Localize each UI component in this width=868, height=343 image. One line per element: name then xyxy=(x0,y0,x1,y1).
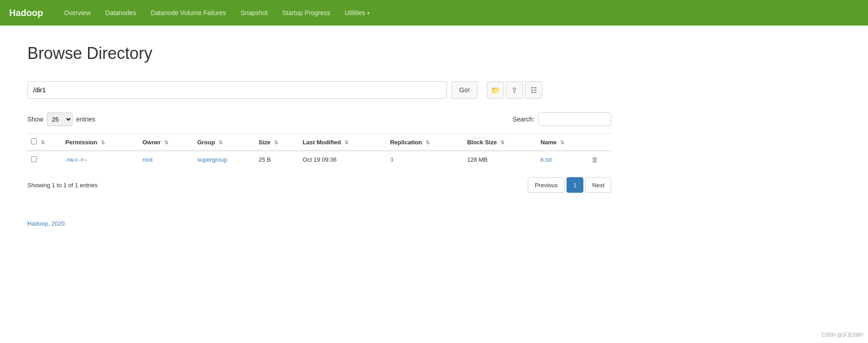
group-link[interactable]: supergroup xyxy=(197,156,227,163)
upload-icon: ⇧ xyxy=(511,86,517,95)
replication-link[interactable]: 3 xyxy=(390,156,393,163)
show-left: Show 10 25 50 100 entries xyxy=(27,112,95,126)
utilities-dropdown-arrow: ▾ xyxy=(367,11,369,16)
column-header-size[interactable]: Size ⇅ xyxy=(255,134,299,151)
upload-icon-button[interactable]: ⇧ xyxy=(506,81,523,99)
nav-link-snapshot[interactable]: Snapshot xyxy=(234,0,275,26)
icon-buttons: 📁 ⇧ ☷ xyxy=(487,81,542,99)
pagination-row: Showing 1 to 1 of 1 entries Previous 1 N… xyxy=(27,177,611,193)
sort-icon-permission: ⇅ xyxy=(101,140,105,146)
column-header-name[interactable]: Name ⇅ xyxy=(537,134,588,151)
cell-permission: -rw-r--r-- xyxy=(62,151,139,168)
column-header-replication[interactable]: Replication ⇅ xyxy=(386,134,463,151)
column-header-block-size[interactable]: Block Size ⇅ xyxy=(463,134,537,151)
page-1-button[interactable]: 1 xyxy=(567,177,583,193)
cell-delete[interactable]: 🗑 xyxy=(588,151,611,168)
sort-icon-select: ⇅ xyxy=(41,140,45,146)
sort-icon-group: ⇅ xyxy=(218,140,223,146)
footer-link[interactable]: Hadoop, 2020. xyxy=(27,220,66,227)
pagination: Previous 1 Next xyxy=(528,177,611,193)
sort-icon-name: ⇅ xyxy=(560,140,564,146)
permission-link[interactable]: -rw-r--r-- xyxy=(65,156,87,163)
column-header-owner[interactable]: Owner ⇅ xyxy=(139,134,193,151)
cell-replication: 3 xyxy=(386,151,463,168)
cell-last-modified: Oct 19 09:36 xyxy=(299,151,387,168)
entries-select[interactable]: 10 25 50 100 xyxy=(47,112,73,126)
column-header-last-modified[interactable]: Last Modified ⇅ xyxy=(299,134,387,151)
sort-icon-owner: ⇅ xyxy=(164,140,168,146)
show-label: Show xyxy=(27,116,43,123)
search-row: Search: xyxy=(513,112,611,126)
owner-link[interactable]: root xyxy=(142,156,152,163)
filename-link[interactable]: b.txt xyxy=(541,156,552,163)
sort-icon-size: ⇅ xyxy=(274,140,278,146)
column-header-permission[interactable]: Permission ⇅ xyxy=(62,134,139,151)
sort-icon-replication: ⇅ xyxy=(426,140,430,146)
cell-name: b.txt xyxy=(537,151,588,168)
folder-icon: 📁 xyxy=(491,86,500,95)
nav-links: Overview Datanodes Datanode Volume Failu… xyxy=(57,0,376,26)
nav-link-overview[interactable]: Overview xyxy=(57,0,98,26)
nav-link-datanode-volume-failures[interactable]: Datanode Volume Failures xyxy=(144,0,234,26)
table-header-row: ⇅ Permission ⇅ Owner ⇅ Group ⇅ Size ⇅ xyxy=(27,134,611,151)
cell-size: 25 B xyxy=(255,151,299,168)
page-title: Browse Directory xyxy=(27,44,611,63)
select-all-header[interactable]: ⇅ xyxy=(27,134,62,151)
path-row: Go! 📁 ⇧ ☷ xyxy=(27,81,611,99)
main-content: Browse Directory Go! 📁 ⇧ ☷ Show 10 25 50… xyxy=(0,26,639,254)
cell-group: supergroup xyxy=(193,151,255,168)
row-checkbox-cell[interactable] xyxy=(27,151,62,168)
search-input[interactable] xyxy=(538,112,611,126)
select-all-checkbox[interactable] xyxy=(31,138,37,144)
directory-table: ⇅ Permission ⇅ Owner ⇅ Group ⇅ Size ⇅ xyxy=(27,133,611,168)
cell-owner: root xyxy=(139,151,193,168)
nav-link-startup-progress[interactable]: Startup Progress xyxy=(275,0,338,26)
previous-button[interactable]: Previous xyxy=(528,177,565,193)
navbar-brand[interactable]: Hadoop xyxy=(9,8,43,18)
nav-link-datanodes[interactable]: Datanodes xyxy=(98,0,144,26)
next-button[interactable]: Next xyxy=(585,177,611,193)
row-checkbox[interactable] xyxy=(31,156,37,162)
column-header-actions xyxy=(588,134,611,151)
navbar: Hadoop Overview Datanodes Datanode Volum… xyxy=(0,0,868,26)
sort-icon-block-size: ⇅ xyxy=(500,140,504,146)
footer: Hadoop, 2020. xyxy=(27,211,611,236)
folder-icon-button[interactable]: 📁 xyxy=(487,81,504,99)
list-icon-button[interactable]: ☷ xyxy=(525,81,542,99)
search-label: Search: xyxy=(513,116,535,123)
showing-text: Showing 1 to 1 of 1 entries xyxy=(27,182,98,189)
nav-link-utilities[interactable]: Utilities ▾ xyxy=(338,0,377,26)
delete-icon[interactable]: 🗑 xyxy=(592,156,598,164)
list-icon: ☷ xyxy=(530,86,537,95)
cell-block-size: 128 MB xyxy=(463,151,537,168)
sort-icon-last-modified: ⇅ xyxy=(344,140,348,146)
entries-label: entries xyxy=(76,116,95,123)
column-header-group[interactable]: Group ⇅ xyxy=(193,134,255,151)
table-row: -rw-r--r-- root supergroup 25 B Oct 19 0… xyxy=(27,151,611,168)
show-row: Show 10 25 50 100 entries Search: xyxy=(27,112,611,126)
go-button[interactable]: Go! xyxy=(452,81,478,99)
path-input[interactable] xyxy=(27,81,447,99)
